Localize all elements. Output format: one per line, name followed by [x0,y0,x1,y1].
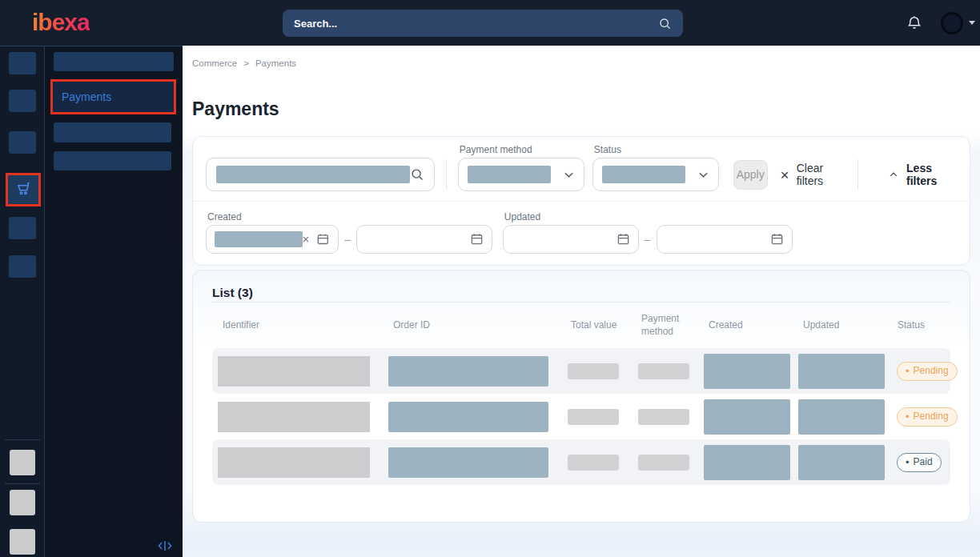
notifications-bell-icon[interactable] [906,14,923,32]
clear-filters-button[interactable]: × Clear filters [781,162,844,187]
redacted-date-value [215,231,303,247]
breadcrumb-separator: > [243,58,249,68]
redacted-identifier [218,447,370,478]
sidebar-collapse-icon[interactable] [157,539,173,552]
column-header-status: Status [887,319,950,332]
rail-item-2[interactable] [9,90,36,112]
table-row[interactable]: Pending [212,348,950,394]
filters-row-2: Created × – [193,202,970,266]
ibexa-logo[interactable]: ibexa [32,9,90,36]
search-icon [658,17,672,30]
column-header-updated: Updated [793,319,887,332]
calendar-icon[interactable] [316,232,330,246]
user-menu-caret-icon[interactable] [969,21,975,25]
status-badge: Pending [897,407,958,427]
rail-divider [5,439,40,440]
status-select[interactable] [592,158,719,191]
list-title: List (3) [212,270,950,302]
shopping-cart-icon [14,181,32,198]
calendar-icon[interactable] [617,232,630,246]
table-row[interactable]: Paid [212,439,950,485]
filters-panel: Payment method Status Apply × [192,136,970,266]
sidebar-icon-rail [0,46,45,557]
redacted-total-value [568,363,619,379]
updated-label: Updated [504,211,540,222]
redacted-updated-date [798,354,885,389]
filter-divider [446,159,447,190]
rail-bottom-item-1[interactable] [10,450,35,475]
rail-item-3[interactable] [9,131,36,154]
rail-item-5[interactable] [9,217,36,239]
calendar-icon[interactable] [470,232,484,246]
redacted-order-id [388,402,548,432]
table-row[interactable]: Pending [212,394,950,439]
redacted-created-date [704,399,790,435]
less-filters-button[interactable]: Less filters [889,162,957,187]
chevron-down-icon [563,169,575,181]
created-from-field: Created × [206,225,339,254]
page-title: Payments [192,98,970,120]
payment-method-label: Payment method [460,144,532,155]
menu-item-1[interactable] [54,52,174,71]
column-header-identifier: Identifier [212,319,383,332]
sidebar-menu: Payments [45,46,183,557]
redacted-select-value [602,166,685,183]
redacted-payment-method [638,363,689,379]
status-field: Status [592,158,719,191]
menu-item-payments-active[interactable]: Payments [50,79,176,114]
clear-date-icon[interactable]: × [303,233,310,245]
column-header-order-id: Order ID [383,319,560,332]
filters-row-1: Payment method Status Apply × [193,137,970,201]
global-search-placeholder: Search... [294,18,658,30]
created-from-date-input[interactable]: × [206,225,339,254]
breadcrumb-payments[interactable]: Payments [255,58,296,68]
rail-bottom-item-2[interactable] [10,490,35,515]
redacted-payment-method [638,409,689,425]
redacted-select-value [468,166,551,183]
rail-item-commerce-active[interactable] [6,173,41,206]
column-header-created: Created [698,319,793,332]
apply-button[interactable]: Apply [733,160,768,190]
search-icon [410,167,424,182]
redacted-identifier [218,402,370,432]
redacted-created-date [704,354,790,389]
redacted-identifier [218,356,370,387]
menu-item-payments-label: Payments [62,90,111,103]
redacted-search-value [216,166,410,183]
filter-divider [858,159,858,190]
user-avatar[interactable] [941,12,963,34]
topbar-actions [906,0,980,46]
rail-item-6[interactable] [9,255,36,278]
topbar: ibexa Search... [0,0,980,46]
menu-item-4[interactable] [54,151,171,170]
created-to-date-input[interactable] [356,225,492,254]
payments-list-panel: List (3) Identifier Order ID Total value… [192,270,970,523]
main-content: Commerce > Payments Payments Payment met… [183,46,980,557]
menu-item-3[interactable] [54,122,171,142]
rail-item-1[interactable] [9,52,36,74]
redacted-total-value [568,455,619,471]
chevron-up-icon [889,169,898,180]
global-search-input[interactable]: Search... [283,10,683,37]
status-badge: Paid [897,453,942,472]
redacted-created-date [704,445,790,480]
payment-method-select[interactable] [458,158,584,191]
less-filters-label: Less filters [906,162,957,187]
ibexa-admin-app: ibexa Search... [0,0,980,557]
redacted-total-value [568,409,619,425]
redacted-payment-method [638,455,689,471]
updated-from-field: Updated [503,225,639,254]
created-label: Created [207,211,242,222]
updated-from-date-input[interactable] [503,225,639,254]
chevron-down-icon [697,169,709,181]
date-range-dash: – [344,233,351,246]
redacted-order-id [388,356,548,387]
updated-to-date-input[interactable] [657,225,793,254]
calendar-icon[interactable] [770,232,784,246]
status-label: Status [594,144,621,155]
filter-search-input[interactable] [206,158,435,191]
rail-bottom-item-3[interactable] [10,529,35,555]
status-badge: Pending [897,362,958,381]
breadcrumb-commerce[interactable]: Commerce [192,58,237,68]
close-icon: × [781,167,789,182]
